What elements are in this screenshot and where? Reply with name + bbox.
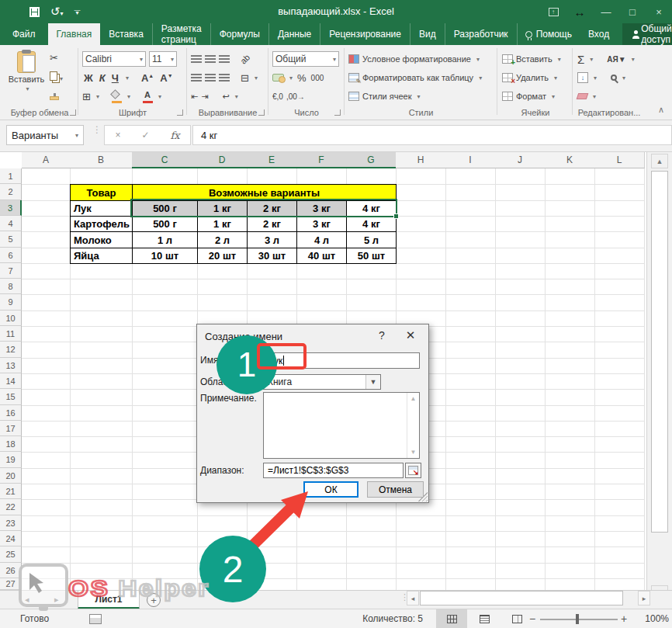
format-as-table-button[interactable]: ✎ Форматировать как таблицу▾ [348,70,494,85]
increase-decimal-button[interactable]: €,0 [272,92,283,101]
cut-button[interactable]: ✂ [50,53,58,64]
range-picker-button[interactable] [405,463,421,478]
tab-help[interactable]: Помощь [518,23,580,45]
row-header-4[interactable]: 4 [0,216,22,231]
increase-indent-icon[interactable]: ⇥ [201,92,208,101]
column-header-A[interactable]: A [22,152,71,168]
tab-file[interactable]: Файл [0,23,48,45]
cell[interactable]: Молоко [70,231,133,248]
column-header-D[interactable]: D [197,152,248,168]
minimize-button[interactable]: — [593,0,619,23]
row-header-6[interactable]: 6 [0,248,22,263]
align-right-icon[interactable] [219,74,230,82]
zoom-level[interactable]: 100% [636,613,669,624]
grow-font-button[interactable]: А▲ [140,72,155,84]
paste-button[interactable]: Вставить ▾ [6,50,47,106]
zoom-in-button[interactable]: + [621,612,627,625]
number-dialog-launcher[interactable] [334,109,341,116]
clear-button[interactable] [577,93,589,99]
row-header-14[interactable]: 14 [0,373,22,389]
underline-button[interactable]: Ч [110,72,120,84]
vertical-scrollbar[interactable]: ▲ ▼ [646,152,672,602]
confirm-entry-icon[interactable]: ✓ [141,130,149,141]
save-icon[interactable] [29,7,40,17]
row-header-13[interactable]: 13 [0,358,22,373]
row-header-20[interactable]: 20 [0,468,22,484]
cell[interactable]: 1 л [132,231,198,248]
merge-center-icon[interactable]: ⊟ [241,73,249,83]
share-button[interactable]: Общий доступ [622,23,672,45]
cell-styles-button[interactable]: Стили ячеек▾ [348,88,494,104]
cell[interactable]: 2 кг [247,216,297,232]
cell[interactable]: 3 кг [296,200,347,217]
row-header-22[interactable]: 22 [0,499,22,515]
row-header-24[interactable]: 24 [0,531,22,546]
cell[interactable]: 40 шт [296,248,347,264]
close-button[interactable]: × [646,0,672,23]
number-format-combo[interactable]: Общий▾ [272,51,339,67]
zoom-out-button[interactable]: − [529,612,535,625]
italic-button[interactable]: К [98,72,107,84]
comma-style-button[interactable]: 000 [311,74,324,82]
clipboard-dialog-launcher[interactable] [70,109,76,116]
row-header-12[interactable]: 12 [0,342,22,358]
column-header-B[interactable]: B [70,152,133,168]
undo-button[interactable]: ↺▾ [50,5,64,18]
row-header-8[interactable]: 8 [0,279,22,294]
column-header-E[interactable]: E [247,152,297,168]
scroll-right-icon[interactable]: ▸ [638,591,650,605]
cell[interactable]: 30 шт [247,248,297,264]
ribbon-display-options-button[interactable]: ↑ [540,0,566,23]
scroll-up-icon[interactable]: ▲ [410,395,417,402]
cell[interactable]: 500 г [132,216,198,232]
format-cells-button[interactable]: Формат▾ [502,88,569,104]
scroll-up-icon[interactable]: ▲ [651,154,668,168]
wrap-text-icon[interactable]: ↩ [222,92,229,101]
cancel-entry-icon[interactable]: × [115,130,120,141]
cell[interactable]: 1 кг [197,200,248,217]
borders-button[interactable]: ⊞ [82,92,91,102]
format-painter-button[interactable] [50,92,59,102]
decrease-decimal-button[interactable]: ,00→ [286,92,305,101]
row-header-3[interactable]: 3 [0,200,22,216]
cell[interactable]: 2 л [197,231,248,248]
cell[interactable]: Возможные варианты [132,184,397,201]
autosum-button[interactable]: Σ [577,53,584,66]
cell[interactable]: 50 шт [346,248,397,264]
ribbon-tab[interactable]: Вставка [100,23,153,45]
cell[interactable]: 4 кг [346,200,397,217]
cell[interactable]: 2 кг [247,200,297,217]
row-header-11[interactable]: 11 [0,326,22,342]
column-header-C[interactable]: C [132,152,198,168]
row-header-1[interactable]: 1 [0,168,22,184]
align-left-icon[interactable] [191,74,202,82]
scroll-down-icon[interactable]: ▼ [410,449,417,456]
row-header-25[interactable]: 25 [0,546,22,563]
row-header-10[interactable]: 10 [0,311,22,326]
cell[interactable]: Лук [70,200,133,217]
shrink-font-button[interactable]: А▼ [158,72,174,84]
cell[interactable]: 3 кг [296,216,347,232]
font-name-combo[interactable]: Calibri▾ [82,51,146,67]
row-header-9[interactable]: 9 [0,294,22,311]
orientation-icon[interactable]: ab [239,53,251,65]
bold-button[interactable]: Ж [82,72,95,84]
cell[interactable]: Яйца [70,248,133,264]
comment-field[interactable]: ▲▼ [263,392,420,459]
customize-qat-button[interactable]: —▾ [74,9,81,15]
cell[interactable]: 5 л [346,231,397,248]
ribbon-tab[interactable]: Рецензирование [320,23,410,45]
horizontal-scroll-thumb[interactable] [420,591,623,605]
row-header-17[interactable]: 17 [0,421,22,436]
conditional-formatting-button[interactable]: Условное форматирование▾ [348,51,494,67]
macro-record-icon[interactable] [89,614,102,624]
sort-filter-button[interactable]: АЯ▼ [607,55,625,64]
find-select-icon[interactable] [611,75,617,81]
scroll-left-icon[interactable]: ◂ [407,591,419,605]
align-bottom-icon[interactable] [219,55,230,63]
sheet-tab-active[interactable]: Лист1 [78,591,140,609]
ok-button[interactable]: ОК [303,481,359,498]
normal-view-button[interactable] [436,609,467,628]
dialog-help-button[interactable]: ? [374,329,390,342]
cancel-button[interactable]: Отмена [367,481,424,498]
